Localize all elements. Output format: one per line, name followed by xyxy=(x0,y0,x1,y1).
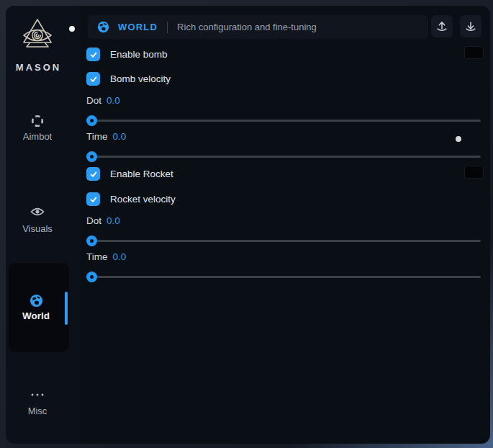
ellipsis-icon xyxy=(6,388,69,403)
enable-rocket-checkbox[interactable] xyxy=(86,167,100,181)
sidebar-item-label: Visuals xyxy=(6,223,69,234)
slider-track[interactable] xyxy=(86,120,481,122)
bomb-dot-slider[interactable] xyxy=(86,110,481,130)
slider-value: 0.0 xyxy=(107,215,120,226)
rocket-dot-slider-group: Dot0.0 xyxy=(86,215,481,251)
slider-handle[interactable] xyxy=(86,151,97,162)
check-icon xyxy=(89,75,98,84)
page-header: WORLD Rich configuration and fine-tuning xyxy=(88,15,428,39)
checkbox-label: Rocket velocity xyxy=(110,194,176,205)
enable-bomb-row: Enable bomb xyxy=(86,48,168,61)
rocket-color-swatch[interactable] xyxy=(464,166,484,179)
slider-label: Dot0.0 xyxy=(86,215,481,227)
upload-config-button[interactable] xyxy=(431,15,453,37)
rocket-velocity-checkbox[interactable] xyxy=(86,192,100,206)
slider-track[interactable] xyxy=(86,240,481,242)
mason-window: MASON Aimbot Visuals xyxy=(6,6,490,444)
header-divider xyxy=(167,22,168,33)
rocket-velocity-row: Rocket velocity xyxy=(86,192,176,206)
globe-icon xyxy=(9,294,63,308)
logo-text: MASON xyxy=(6,62,69,73)
sidebar-item-label: Misc xyxy=(6,406,69,416)
crosshair-icon xyxy=(6,114,69,128)
enable-rocket-row: Enable Rocket xyxy=(86,167,173,181)
slider-value: 0.0 xyxy=(113,251,127,262)
slider-handle[interactable] xyxy=(86,272,97,282)
slider-label: Dot0.0 xyxy=(86,95,481,107)
eye-icon xyxy=(6,206,69,220)
slider-label: Time0.0 xyxy=(86,131,481,143)
slider-handle[interactable] xyxy=(86,115,97,126)
slider-track[interactable] xyxy=(86,156,481,158)
checkbox-label: Enable bomb xyxy=(110,49,168,60)
rocket-time-slider-group: Time0.0 xyxy=(86,251,481,287)
slider-value: 0.0 xyxy=(107,95,120,106)
sidebar-item-label: Aimbot xyxy=(6,131,69,142)
download-config-button[interactable] xyxy=(460,15,481,37)
eye-pyramid-icon xyxy=(20,17,55,56)
bomb-color-swatch[interactable] xyxy=(464,46,484,59)
slider-track[interactable] xyxy=(86,276,481,278)
cursor-dot xyxy=(456,136,461,142)
sidebar-item-aimbot[interactable]: Aimbot xyxy=(6,114,69,142)
page-subtitle: Rich configuration and fine-tuning xyxy=(177,22,317,32)
slider-label: Time0.0 xyxy=(86,251,481,263)
checkbox-label: Bomb velocity xyxy=(110,73,171,84)
sidebar-item-misc[interactable]: Misc xyxy=(6,386,69,416)
download-icon xyxy=(464,20,477,33)
cursor-dot xyxy=(69,26,75,32)
bomb-time-slider-group: Time0.0 xyxy=(86,131,481,166)
rocket-dot-slider[interactable] xyxy=(86,230,481,251)
slider-value: 0.0 xyxy=(113,131,127,142)
globe-icon xyxy=(97,21,109,33)
sidebar-item-visuals[interactable]: Visuals xyxy=(6,205,69,234)
check-icon xyxy=(89,170,98,179)
upload-icon xyxy=(435,20,448,33)
active-tab-indicator xyxy=(65,292,68,325)
sidebar-item-label: World xyxy=(9,310,63,321)
page-title: WORLD xyxy=(118,22,158,32)
rocket-time-slider[interactable] xyxy=(86,266,481,287)
check-icon xyxy=(89,50,98,59)
bomb-velocity-row: Bomb velocity xyxy=(86,72,171,86)
sidebar: MASON Aimbot Visuals xyxy=(6,6,81,444)
bomb-velocity-checkbox[interactable] xyxy=(86,72,100,86)
bomb-time-slider[interactable] xyxy=(86,146,481,166)
sidebar-item-world[interactable]: World xyxy=(9,263,69,352)
bomb-dot-slider-group: Dot0.0 xyxy=(86,95,481,130)
check-icon xyxy=(89,195,98,204)
slider-handle[interactable] xyxy=(86,236,97,246)
enable-bomb-checkbox[interactable] xyxy=(86,48,100,61)
desktop: { "app": { "name": "MASON" }, "colors": … xyxy=(0,0,493,448)
app-logo: MASON xyxy=(6,17,69,73)
checkbox-label: Enable Rocket xyxy=(110,169,173,179)
